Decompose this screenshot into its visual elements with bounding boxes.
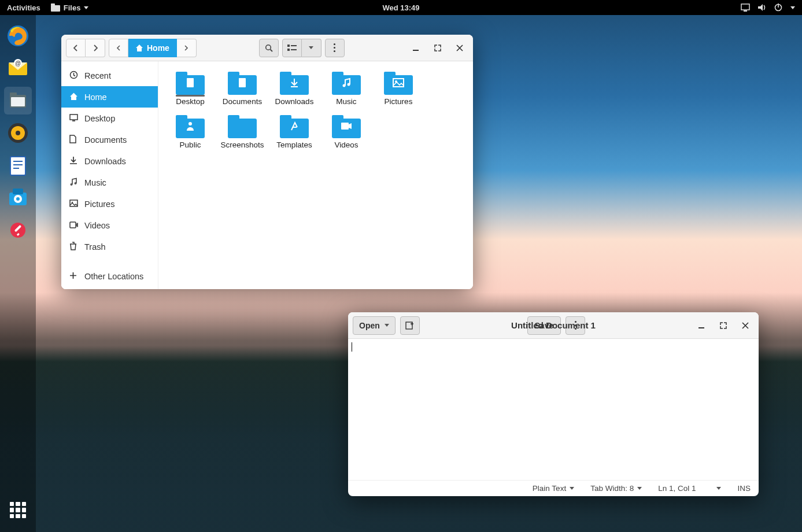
folder-documents[interactable]: Documents <box>216 71 268 106</box>
svg-rect-52 <box>341 123 349 130</box>
new-tab-button[interactable] <box>400 316 420 335</box>
dock-files[interactable] <box>4 87 32 114</box>
sidebar-item-music[interactable]: Music <box>61 172 158 193</box>
sidebar-item-documents[interactable]: Documents <box>61 129 158 150</box>
view-toggle-button[interactable] <box>282 39 302 57</box>
svg-rect-1 <box>51 3 55 6</box>
power-icon[interactable] <box>774 3 782 12</box>
folder-templates[interactable]: Templates <box>268 114 320 149</box>
files-titlebar: Home <box>61 35 473 61</box>
folder-label: Downloads <box>275 97 314 106</box>
tab-width[interactable]: Tab Width: 8 <box>590 484 642 493</box>
close-button[interactable] <box>451 39 468 57</box>
svg-rect-41 <box>70 200 77 206</box>
path-next-button[interactable] <box>177 39 197 57</box>
svg-rect-49 <box>393 79 404 87</box>
picture-icon <box>69 200 79 209</box>
sidebar-item-home[interactable]: Home <box>61 86 158 108</box>
sidebar-item-label: Documents <box>84 135 127 145</box>
folder-icon <box>175 71 205 95</box>
folder-label: Videos <box>334 141 358 149</box>
menu-button[interactable] <box>325 39 345 57</box>
forward-button[interactable] <box>86 39 105 57</box>
svg-rect-44 <box>187 78 194 87</box>
sidebar-item-desktop[interactable]: Desktop <box>61 108 158 129</box>
svg-point-48 <box>348 83 350 86</box>
activities-button[interactable]: Activities <box>7 3 40 12</box>
sidebar-item-trash[interactable]: Trash <box>61 236 158 257</box>
open-button[interactable]: Open <box>353 316 396 335</box>
cursor-position[interactable]: Ln 1, Col 1 <box>658 484 721 493</box>
dock-software[interactable] <box>4 184 32 212</box>
show-applications[interactable] <box>4 496 32 524</box>
folder-icon <box>279 114 309 138</box>
screen-icon[interactable] <box>741 3 750 12</box>
svg-point-40 <box>75 182 77 184</box>
list-icon <box>287 45 297 51</box>
svg-rect-54 <box>698 327 704 328</box>
svg-rect-43 <box>70 222 76 228</box>
minimize-button[interactable] <box>693 317 710 334</box>
home-icon <box>135 44 143 52</box>
close-button[interactable] <box>737 317 754 334</box>
download-icon <box>69 156 79 167</box>
dock-mail[interactable]: @ <box>4 54 32 82</box>
maximize-button[interactable] <box>429 39 446 57</box>
sidebar-item-label: Downloads <box>84 157 126 166</box>
sidebar-item-label: Desktop <box>84 114 115 123</box>
svg-point-17 <box>16 131 20 135</box>
sidebar-item-label: Recent <box>84 71 111 80</box>
dock-rhythmbox[interactable] <box>4 119 32 147</box>
kebab-icon <box>334 43 335 52</box>
folder-public[interactable]: Public <box>164 114 216 149</box>
dock-editor[interactable] <box>4 216 32 244</box>
minimize-button[interactable] <box>407 39 424 57</box>
text-area[interactable] <box>348 339 759 480</box>
folder-icon <box>175 114 205 138</box>
dock: @ <box>0 15 36 532</box>
folder-music[interactable]: Music <box>320 71 372 106</box>
app-menu[interactable]: Files <box>51 3 89 12</box>
new-document-icon <box>405 322 415 330</box>
plus-icon <box>69 272 79 281</box>
syntax-mode[interactable]: Plain Text <box>533 484 574 493</box>
search-button[interactable] <box>259 39 279 57</box>
sidebar-item-downloads[interactable]: Downloads <box>61 150 158 172</box>
sidebar-item-recent[interactable]: Recent <box>61 65 158 86</box>
view-options-button[interactable] <box>302 39 321 57</box>
clock-icon <box>69 71 79 81</box>
sidebar-item-pictures[interactable]: Pictures <box>61 193 158 215</box>
folder-videos[interactable]: Videos <box>320 114 372 149</box>
svg-rect-33 <box>287 49 290 51</box>
folder-pictures[interactable]: Pictures <box>372 71 424 106</box>
insert-mode[interactable]: INS <box>737 484 751 493</box>
folder-label: Templates <box>276 141 312 149</box>
path-home-button[interactable]: Home <box>128 39 177 57</box>
gedit-titlebar: Open Untitled Document 1 Save <box>348 312 759 339</box>
svg-rect-6 <box>778 3 779 8</box>
clock[interactable]: Wed 13:49 <box>382 3 419 12</box>
maximize-button[interactable] <box>715 317 732 334</box>
path-prev-button[interactable] <box>109 39 128 57</box>
svg-point-39 <box>71 183 73 186</box>
folder-label: Pictures <box>385 97 413 106</box>
dock-firefox[interactable] <box>4 22 32 50</box>
dock-writer[interactable] <box>4 152 32 179</box>
system-menu-chevron-icon[interactable] <box>790 6 795 9</box>
back-button[interactable] <box>66 39 86 57</box>
sidebar-other-locations[interactable]: Other Locations <box>61 265 158 287</box>
music-icon <box>69 178 79 188</box>
svg-rect-46 <box>291 86 298 87</box>
svg-line-30 <box>270 49 272 51</box>
sidebar-item-videos[interactable]: Videos <box>61 215 158 236</box>
app-menu-label: Files <box>64 3 81 12</box>
folder-downloads[interactable]: Downloads <box>268 71 320 106</box>
folder-icon <box>331 71 361 95</box>
volume-icon[interactable] <box>758 3 766 12</box>
folder-screenshots[interactable]: Screenshots <box>216 114 268 149</box>
sidebar-item-label: Trash <box>84 242 106 252</box>
folder-label: Documents <box>223 97 262 106</box>
svg-rect-38 <box>72 120 75 121</box>
svg-rect-45 <box>239 78 246 87</box>
folder-desktop[interactable]: Desktop <box>164 71 216 106</box>
